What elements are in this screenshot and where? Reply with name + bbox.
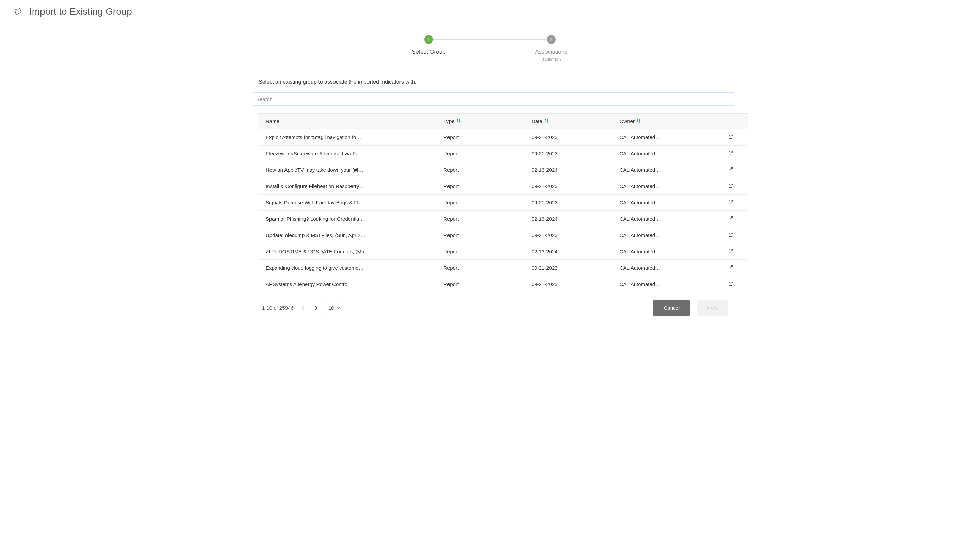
cell-date: 09-21-2023 <box>528 179 616 194</box>
step-associations: 2 Associations (Optional) <box>490 35 612 62</box>
instruction-text: Select an existing group to associate th… <box>252 79 735 85</box>
cell-type: Report <box>439 130 528 145</box>
sort-icon <box>637 119 640 124</box>
cell-date: 09-21-2023 <box>528 260 616 275</box>
cell-name: Update: oledump & MSI Files, (Sun, Apr 2… <box>258 228 439 243</box>
next-button[interactable]: Next <box>697 300 728 316</box>
cell-type: Report <box>439 146 528 161</box>
cell-date: 02-13-2024 <box>528 244 616 259</box>
column-date[interactable]: Date <box>528 114 616 129</box>
wizard-stepper: 1 Select Group 2 Associations (Optional) <box>245 34 735 62</box>
table-row[interactable]: Install & Configure Filebeat on Raspberr… <box>258 178 748 194</box>
cell-owner: CAL Automated… <box>616 179 714 194</box>
sort-asc-icon <box>281 119 286 124</box>
sort-icon <box>457 119 461 124</box>
column-owner[interactable]: Owner <box>616 114 714 129</box>
column-name-label: Name <box>266 118 279 124</box>
external-link-icon[interactable] <box>728 134 733 140</box>
table-row[interactable]: Fleezeware/Scareware Advertised via Fa…R… <box>258 145 748 162</box>
search-container <box>252 93 735 113</box>
sort-icon <box>544 119 548 124</box>
column-type[interactable]: Type <box>439 114 528 129</box>
cell-name: Fleezeware/Scareware Advertised via Fa… <box>258 146 439 161</box>
cell-name: APSystems Altenergy Power Control <box>258 277 439 292</box>
cell-name: Signals Defense With Faraday Bags & Fli… <box>258 195 439 210</box>
table-body: Exploit Attempts for "Stagil navigation … <box>258 129 748 292</box>
table-row[interactable]: APSystems Altenergy Power ControlReport0… <box>258 276 748 292</box>
cell-date: 09-21-2023 <box>528 277 616 292</box>
cell-owner: CAL Automated… <box>616 162 714 178</box>
external-link-icon[interactable] <box>728 265 733 271</box>
cell-type: Report <box>439 162 528 178</box>
step-2-badge: 2 <box>547 35 556 44</box>
external-link-icon[interactable] <box>728 248 733 255</box>
chevron-down-icon <box>336 305 341 311</box>
prev-page-button[interactable] <box>299 305 307 311</box>
external-link-icon[interactable] <box>728 232 733 238</box>
cell-link <box>713 145 748 161</box>
cell-owner: CAL Automated… <box>616 244 714 259</box>
app-logo-icon <box>13 7 23 17</box>
cell-name: Spam or Phishing? Looking for Credentia… <box>258 211 439 226</box>
external-link-icon[interactable] <box>728 167 733 173</box>
cell-link <box>713 194 748 210</box>
cell-link <box>713 260 748 276</box>
cell-type: Report <box>439 195 528 210</box>
cell-name: How an AppleTV may take down your (#I… <box>258 162 439 178</box>
step-2-label: Associations <box>535 49 567 55</box>
cell-link <box>713 129 748 145</box>
page-title: Import to Existing Group <box>29 6 132 17</box>
column-owner-label: Owner <box>620 118 635 124</box>
cell-date: 09-21-2023 <box>528 146 616 161</box>
cell-link <box>713 227 748 243</box>
page-size-value: 10 <box>329 305 334 311</box>
cell-owner: CAL Automated… <box>616 130 714 145</box>
table-row[interactable]: Expanding cloud logging to give custome…… <box>258 260 748 276</box>
cell-link <box>713 162 748 178</box>
cell-owner: CAL Automated… <box>616 277 714 292</box>
cell-name: ZIP's DOSTIME & DOSDATE Formats, (Mo… <box>258 244 439 259</box>
cell-owner: CAL Automated… <box>616 146 714 161</box>
table-row[interactable]: Spam or Phishing? Looking for Credentia…… <box>258 211 748 227</box>
table-row[interactable]: How an AppleTV may take down your (#I…Re… <box>258 162 748 178</box>
table-row[interactable]: Exploit Attempts for "Stagil navigation … <box>258 129 748 145</box>
cell-name: Install & Configure Filebeat on Raspberr… <box>258 179 439 194</box>
cancel-button[interactable]: Cancel <box>653 300 690 316</box>
table-row[interactable]: Update: oledump & MSI Files, (Sun, Apr 2… <box>258 227 748 243</box>
next-page-button[interactable] <box>312 305 320 311</box>
cell-date: 09-21-2023 <box>528 195 616 210</box>
external-link-icon[interactable] <box>728 216 733 222</box>
cell-link <box>713 211 748 227</box>
cell-date: 09-21-2023 <box>528 228 616 243</box>
cell-owner: CAL Automated… <box>616 211 714 226</box>
table-row[interactable]: ZIP's DOSTIME & DOSDATE Formats, (Mo…Rep… <box>258 243 748 260</box>
cell-link <box>713 243 748 259</box>
column-name[interactable]: Name <box>258 114 439 129</box>
cell-type: Report <box>439 277 528 292</box>
step-select-group: 1 Select Group <box>368 35 490 55</box>
cell-date: 02-13-2024 <box>528 211 616 226</box>
cell-type: Report <box>439 211 528 226</box>
cell-owner: CAL Automated… <box>616 228 714 243</box>
table-row[interactable]: Signals Defense With Faraday Bags & Fli…… <box>258 194 748 211</box>
external-link-icon[interactable] <box>728 281 733 287</box>
external-link-icon[interactable] <box>728 150 733 157</box>
action-buttons: Cancel Next <box>653 300 728 316</box>
cell-link <box>713 276 748 292</box>
pagination: 1-10 of 25946 10 <box>262 303 345 313</box>
column-actions <box>713 114 748 129</box>
external-link-icon[interactable] <box>728 183 733 189</box>
cell-name: Expanding cloud logging to give custome… <box>258 260 439 275</box>
search-input[interactable] <box>252 93 735 106</box>
cell-name: Exploit Attempts for "Stagil navigation … <box>258 130 439 145</box>
table-footer: 1-10 of 25946 10 Cancel <box>252 292 735 316</box>
cell-date: 02-13-2024 <box>528 162 616 178</box>
external-link-icon[interactable] <box>728 199 733 206</box>
page-size-select[interactable]: 10 <box>325 303 345 313</box>
cell-date: 09-21-2023 <box>528 130 616 145</box>
cell-owner: CAL Automated… <box>616 260 714 275</box>
step-1-badge: 1 <box>424 35 433 44</box>
column-date-label: Date <box>531 118 542 124</box>
cell-link <box>713 178 748 194</box>
cell-type: Report <box>439 228 528 243</box>
